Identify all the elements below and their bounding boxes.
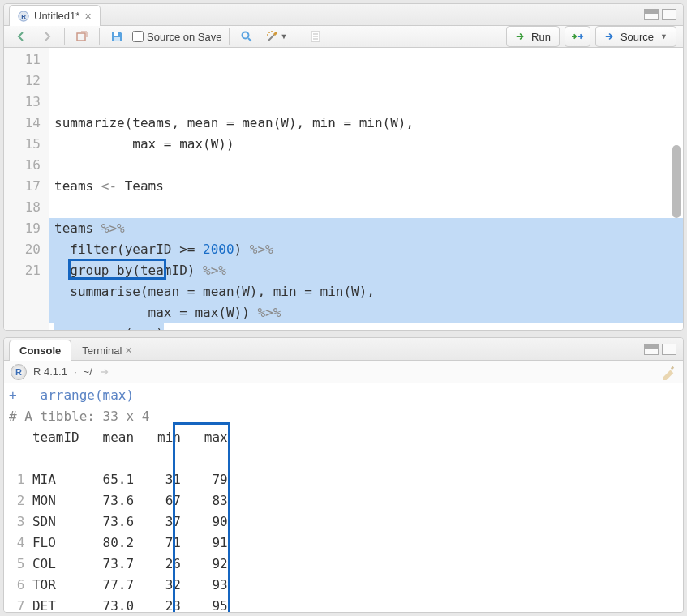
console-pane: Console Terminal × R R 4.1.1 · ~/ + arra… (3, 337, 684, 613)
find-button[interactable] (236, 27, 257, 46)
code-tools-button[interactable]: ▼ (262, 27, 292, 46)
source-on-save-label: Source on Save (147, 31, 222, 43)
goto-wd-icon[interactable] (99, 366, 110, 378)
source-button[interactable]: Source ▼ (595, 26, 676, 47)
run-button[interactable]: Run (506, 26, 560, 47)
pane-minimize-icon[interactable] (644, 9, 659, 20)
svg-point-6 (268, 32, 270, 33)
code-area[interactable]: summarize(teams, mean = mean(W), min = m… (49, 48, 683, 331)
console-header: R R 4.1.1 · ~/ (4, 361, 683, 383)
editor-toolbar: Source on Save ▼ Run (4, 26, 683, 48)
pane-maximize-icon[interactable] (662, 9, 676, 20)
svg-point-7 (271, 31, 273, 32)
editor-scrollbar[interactable] (672, 48, 681, 331)
wd-separator: · (74, 366, 77, 378)
svg-point-5 (242, 32, 248, 39)
svg-rect-3 (114, 32, 118, 36)
svg-rect-2 (77, 33, 85, 41)
tab-console[interactable]: Console (9, 340, 71, 361)
editor-pane: R Untitled1* × Source on Save (3, 3, 684, 331)
chevron-down-icon: ▼ (660, 32, 668, 41)
save-button[interactable] (106, 27, 127, 46)
editor-tab-title: Untitled1* (34, 10, 79, 22)
console-tab-bar: Console Terminal × (4, 338, 683, 361)
run-label: Run (531, 31, 551, 43)
forward-button[interactable] (36, 27, 58, 46)
pane-maximize-icon[interactable] (662, 344, 676, 355)
run-arrow-icon (515, 31, 526, 42)
show-in-new-window-button[interactable] (71, 27, 92, 46)
code-editor[interactable]: 1112131415161718192021 summarize(teams, … (4, 48, 683, 331)
pane-minimize-icon[interactable] (644, 344, 659, 355)
source-arrow-icon (604, 31, 616, 42)
compile-report-button[interactable] (305, 27, 326, 46)
clear-console-icon[interactable] (660, 364, 676, 380)
back-button[interactable] (11, 27, 32, 46)
close-tab-icon[interactable]: × (84, 11, 91, 22)
rerun-icon (570, 31, 585, 42)
tab-terminal[interactable]: Terminal × (71, 340, 142, 361)
pane-window-controls (644, 344, 683, 355)
source-on-save-checkbox[interactable]: Source on Save (132, 31, 222, 43)
scrollbar-thumb[interactable] (672, 145, 681, 218)
console-output[interactable]: + arrange(max)# A tibble: 33 x 4 teamID … (4, 383, 683, 612)
close-tab-icon[interactable]: × (125, 344, 131, 356)
working-directory: ~/ (84, 366, 92, 378)
line-number-gutter: 1112131415161718192021 (4, 48, 49, 331)
editor-tab-bar: R Untitled1* × (4, 4, 683, 26)
rerun-button[interactable] (565, 26, 590, 47)
svg-point-8 (267, 34, 268, 36)
chevron-down-icon: ▼ (281, 32, 288, 41)
svg-rect-4 (114, 37, 120, 41)
pane-window-controls (644, 9, 683, 20)
source-on-save-input[interactable] (132, 31, 144, 42)
r-logo-icon: R (11, 364, 27, 380)
editor-file-tab[interactable]: R Untitled1* × (9, 5, 101, 26)
r-version: R 4.1.1 (33, 366, 67, 378)
source-label: Source (620, 31, 654, 43)
svg-text:R: R (21, 12, 26, 19)
r-file-icon: R (18, 11, 29, 22)
